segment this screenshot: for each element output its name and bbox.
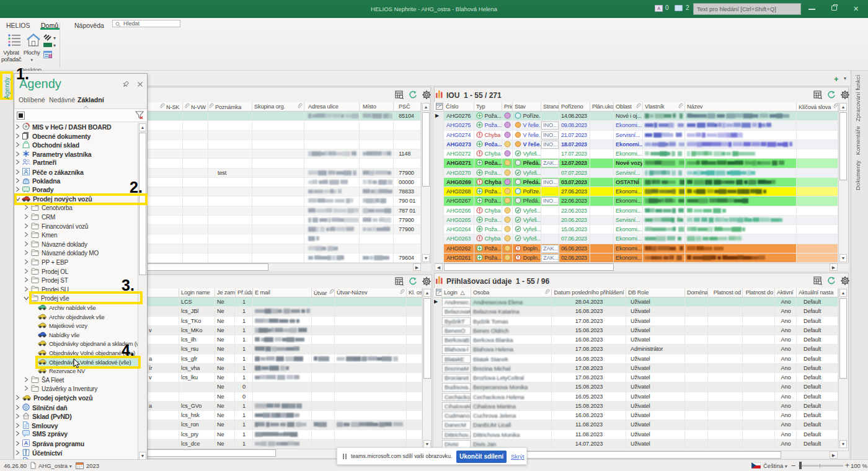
svg-text:A: A	[24, 440, 29, 446]
